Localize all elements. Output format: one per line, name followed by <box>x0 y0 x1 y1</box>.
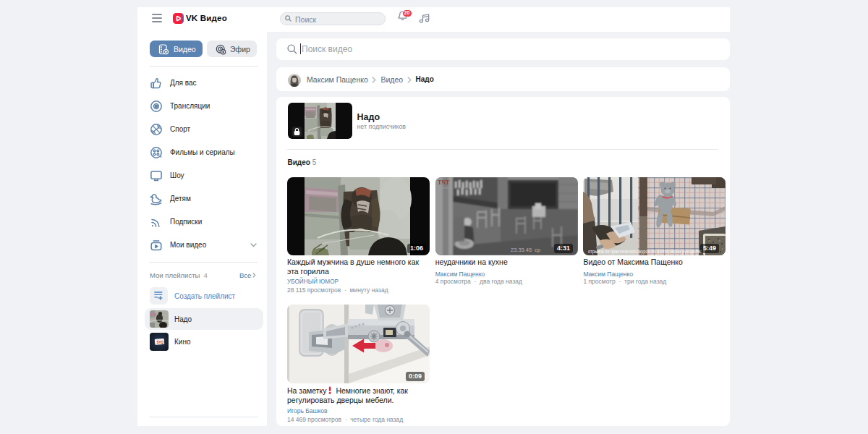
svg-text:23.33.45 ср: 23.33.45 ср <box>511 247 540 253</box>
svg-text:отрывок из практического курса: отрывок из практического курса по фотогр… <box>588 249 702 255</box>
svg-text:SYQ: SYQ <box>157 341 164 344</box>
svg-text:TNT: TNT <box>438 179 450 186</box>
svg-text:CHANNEL: CHANNEL <box>438 187 449 190</box>
